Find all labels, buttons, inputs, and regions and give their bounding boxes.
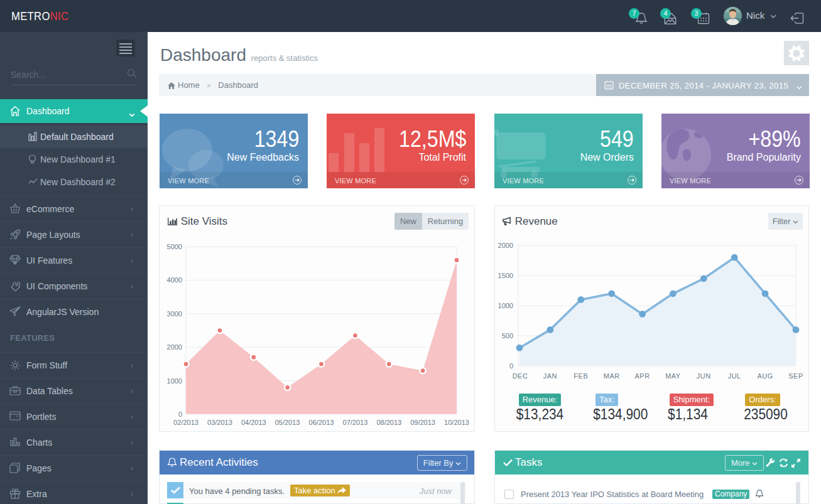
svg-text:APR: APR (635, 372, 650, 380)
svg-text:09/2013: 09/2013 (410, 419, 435, 426)
svg-text:MAR: MAR (604, 372, 620, 380)
svg-text:0: 0 (178, 410, 182, 418)
svg-text:03/2013: 03/2013 (207, 419, 232, 426)
svg-text:1500: 1500 (498, 272, 513, 279)
svg-text:SEP: SEP (788, 372, 803, 380)
svg-text:1000: 1000 (167, 377, 182, 385)
svg-text:2000: 2000 (498, 242, 513, 249)
svg-text:JUL: JUL (728, 372, 741, 380)
svg-text:5000: 5000 (167, 243, 182, 250)
svg-text:05/2013: 05/2013 (275, 419, 300, 426)
svg-text:JAN: JAN (543, 372, 557, 380)
svg-text:02/2013: 02/2013 (173, 419, 198, 426)
svg-text:06/2013: 06/2013 (309, 419, 334, 426)
svg-text:3000: 3000 (167, 310, 182, 318)
svg-text:2000: 2000 (167, 343, 182, 351)
svg-text:10/2013: 10/2013 (444, 419, 469, 426)
svg-text:FEB: FEB (574, 372, 588, 380)
svg-text:MAY: MAY (665, 372, 681, 380)
svg-text:4000: 4000 (167, 276, 182, 284)
svg-text:DEC: DEC (513, 372, 528, 380)
svg-text:1000: 1000 (498, 302, 513, 309)
svg-text:JUN: JUN (697, 372, 711, 380)
svg-text:AUG: AUG (757, 372, 773, 380)
svg-text:08/2013: 08/2013 (376, 419, 401, 426)
svg-text:500: 500 (502, 332, 513, 340)
svg-text:0: 0 (509, 362, 513, 370)
svg-text:07/2013: 07/2013 (343, 419, 368, 426)
svg-text:04/2013: 04/2013 (241, 419, 266, 426)
